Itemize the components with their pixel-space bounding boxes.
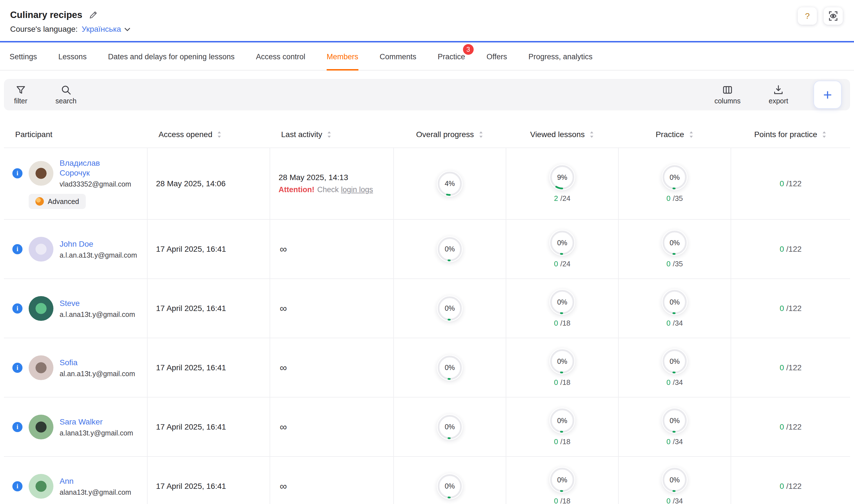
progress-ring: 0% (437, 236, 463, 262)
info-icon[interactable]: i (12, 168, 22, 178)
participant-email: a.l.an.a13t.y@gmail.com (59, 251, 137, 259)
info-icon[interactable]: i (12, 363, 22, 373)
avatar[interactable] (29, 161, 53, 186)
chevron-down-icon (124, 27, 131, 32)
overall-progress-cell: 0% (394, 338, 506, 397)
tab-offers[interactable]: Offers (487, 53, 507, 71)
sort-icon (689, 131, 694, 138)
members-table: Participant Access opened Last activity … (4, 123, 850, 504)
column-header-practice[interactable]: Practice (618, 123, 731, 148)
progress-ring: 0% (549, 408, 575, 433)
participant-email: alana13t.y@gmail.com (59, 488, 131, 497)
tab-access-control[interactable]: Access control (256, 53, 305, 71)
access-opened-cell: 17 April 2025, 16:41 (147, 219, 270, 279)
points-cell: 0/122 (731, 338, 850, 397)
avatar[interactable] (29, 296, 53, 321)
tab-comments[interactable]: Comments (380, 53, 417, 71)
avatar[interactable] (29, 237, 53, 262)
info-icon[interactable]: i (12, 481, 22, 491)
table-row: i Sara Walker a.lana13t.y@gmail.com 17 A… (4, 397, 850, 456)
search-button[interactable]: search (55, 84, 76, 105)
progress-ring: 0% (549, 230, 575, 256)
table-row: i Ann alana13t.y@gmail.com 17 April 2025… (4, 456, 850, 504)
last-activity-cell: ∞ (270, 279, 394, 338)
language-select[interactable]: Українська (82, 25, 130, 34)
level-badge-label: Advanced (48, 198, 79, 206)
infinity-symbol: ∞ (270, 303, 393, 314)
practice-cell: 0% 0/34 (618, 397, 731, 456)
column-header-last-activity[interactable]: Last activity (270, 123, 394, 148)
edit-title-icon[interactable] (88, 10, 99, 20)
export-label: export (769, 97, 788, 105)
tab-bar: Settings Lessons Dates and delays for op… (0, 42, 854, 71)
add-member-button[interactable]: + (814, 80, 842, 109)
login-logs-link[interactable]: login logs (341, 185, 373, 194)
column-header-overall-progress[interactable]: Overall progress (394, 123, 506, 148)
participant-name-link[interactable]: Sara Walker (59, 417, 130, 427)
columns-label: columns (714, 97, 740, 105)
tab-practice[interactable]: Practice 3 (438, 53, 465, 71)
filter-button[interactable]: filter (14, 84, 27, 105)
practice-cell: 0% 0/35 (618, 219, 731, 279)
infinity-symbol: ∞ (270, 243, 393, 255)
participant-name-link[interactable]: Владислав Сорочук (59, 158, 130, 178)
search-icon (60, 84, 72, 95)
overall-progress-cell: 0% (394, 279, 506, 338)
column-header-viewed-lessons[interactable]: Viewed lessons (506, 123, 618, 148)
tab-practice-label: Practice (438, 53, 465, 61)
table-toolbar: filter search columns export + (4, 79, 850, 110)
access-opened-cell: 28 May 2025, 14:06 (147, 148, 270, 219)
columns-button[interactable]: columns (714, 84, 740, 105)
tab-dates-delays[interactable]: Dates and delays for opening lessons (108, 53, 234, 71)
progress-ring: 4% (437, 171, 463, 197)
info-icon[interactable]: i (12, 244, 22, 254)
column-header-points-for-practice[interactable]: Points for practice (731, 123, 850, 148)
progress-ring: 0% (549, 289, 575, 315)
practice-cell: 0% 0/34 (618, 456, 731, 504)
table-row: i John Doe a.l.an.a13t.y@gmail.com 17 Ap… (4, 219, 850, 279)
last-activity-date: 28 May 2025, 14:13 (279, 173, 393, 182)
tab-settings[interactable]: Settings (10, 53, 37, 71)
viewed-lessons-cell: 0% 0/24 (506, 219, 618, 279)
progress-ring: 0% (662, 348, 687, 374)
table-row: i Sofia al.an.a13t.y@gmail.com 17 April … (4, 338, 850, 397)
progress-ring: 0% (437, 355, 463, 381)
participant-name-link[interactable]: Ann (59, 476, 130, 486)
filter-icon (15, 84, 27, 95)
participant-email: a.lana13t.y@gmail.com (59, 429, 133, 437)
sort-icon (478, 131, 484, 138)
avatar[interactable] (29, 415, 53, 439)
tab-progress-analytics[interactable]: Progress, analytics (528, 53, 593, 71)
last-activity-cell: ∞ (270, 338, 394, 397)
infinity-symbol: ∞ (270, 362, 393, 374)
tab-lessons[interactable]: Lessons (58, 53, 87, 71)
export-download-icon (773, 84, 784, 95)
practice-cell: 0% 0/34 (618, 279, 731, 338)
preview-button[interactable] (824, 7, 843, 25)
infinity-symbol: ∞ (270, 421, 393, 433)
last-activity-cell: 28 May 2025, 14:13 Attention!Checklogin … (270, 148, 394, 219)
participant-email: vlad33352@gmail.com (59, 180, 131, 188)
points-cell: 0/122 (731, 456, 850, 504)
avatar[interactable] (29, 474, 53, 499)
page-header: Culinary recipes Course's language: Укра… (0, 0, 854, 34)
level-badge-icon (35, 197, 44, 206)
sort-icon (822, 131, 827, 138)
progress-ring: 0% (662, 230, 687, 256)
info-icon[interactable]: i (12, 303, 22, 313)
help-button[interactable]: ? (798, 7, 817, 25)
attention-text: Check (317, 185, 339, 194)
column-header-access-opened[interactable]: Access opened (147, 123, 270, 148)
participant-name-link[interactable]: Steve (59, 298, 130, 308)
avatar[interactable] (29, 355, 53, 380)
info-icon[interactable]: i (12, 422, 22, 432)
search-label: search (55, 97, 76, 105)
tab-members[interactable]: Members (327, 53, 359, 71)
participant-name-link[interactable]: Sofia (59, 358, 130, 367)
language-value: Українська (82, 25, 121, 34)
participant-name-link[interactable]: John Doe (59, 239, 130, 249)
export-button[interactable]: export (769, 84, 788, 105)
participant-email: al.an.a13t.y@gmail.com (59, 370, 135, 378)
level-badge: Advanced (29, 194, 86, 209)
points-cell: 0/122 (731, 279, 850, 338)
